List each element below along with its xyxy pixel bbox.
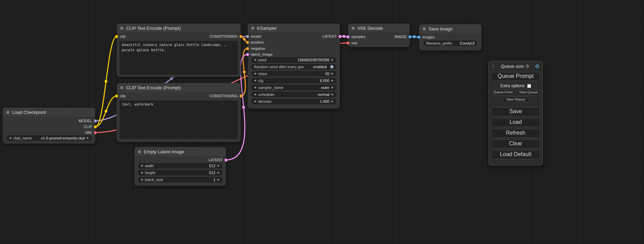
output-port-model: MODEL xyxy=(79,118,97,123)
conditioning-port-dot[interactable] xyxy=(239,94,242,98)
node-load-checkpoint[interactable]: Load Checkpoint MODEL CLIP VAE ◀ ckpt_na… xyxy=(3,108,95,144)
node-collapse-dot[interactable] xyxy=(251,27,254,30)
node-clip-text-encode-positive[interactable]: CLIP Text Encode (Prompt) clip CONDITION… xyxy=(117,24,241,77)
decrement-arrow-icon[interactable]: ◀ xyxy=(141,171,143,174)
increment-arrow-icon[interactable]: ▶ xyxy=(332,58,334,61)
increment-arrow-icon[interactable]: ▶ xyxy=(218,178,220,181)
latent-port-dot[interactable] xyxy=(224,159,228,162)
latent-port-dot[interactable] xyxy=(346,35,350,38)
queue-prompt-button[interactable]: Queue Prompt xyxy=(491,72,540,81)
clip-port-dot[interactable] xyxy=(115,94,118,98)
node-title-bar[interactable]: VAE Decode xyxy=(348,24,410,33)
widget-random-seed-toggle[interactable]: Random seed after every gen enabled xyxy=(251,64,336,70)
extra-options-checkbox[interactable] xyxy=(527,84,531,88)
widget-value: enabled xyxy=(313,65,327,69)
decrement-arrow-icon[interactable]: ◀ xyxy=(254,93,256,96)
port-label: CLIP xyxy=(84,125,92,129)
decrement-arrow-icon[interactable]: ◀ xyxy=(9,137,11,139)
image-port-dot[interactable] xyxy=(408,35,412,38)
node-title-bar[interactable]: KSampler xyxy=(248,24,340,33)
widget-steps[interactable]: ◀ steps 20 ▶ xyxy=(251,71,336,76)
widget-label: height xyxy=(145,171,155,175)
load-button[interactable]: Load xyxy=(491,118,540,127)
increment-arrow-icon[interactable]: ▶ xyxy=(332,72,334,75)
increment-arrow-icon[interactable]: ▶ xyxy=(218,164,220,167)
decrement-arrow-icon[interactable]: ◀ xyxy=(141,178,143,181)
conditioning-port-dot[interactable] xyxy=(239,35,242,38)
image-port-dot[interactable] xyxy=(417,36,421,39)
node-title-bar[interactable]: CLIP Text Encode (Prompt) xyxy=(117,24,241,33)
widget-filename-prefix[interactable]: filename_prefix ComfyUI xyxy=(423,40,477,46)
widget-value: 1.000 xyxy=(320,99,329,103)
node-collapse-dot[interactable] xyxy=(6,111,9,114)
prompt-textarea[interactable]: beautiful scenery nature glass bottle la… xyxy=(120,41,238,75)
settings-gear-icon[interactable]: ⚙ xyxy=(535,64,540,69)
widget-width[interactable]: ◀ width 512 ▶ xyxy=(138,163,222,169)
decrement-arrow-icon[interactable]: ◀ xyxy=(254,100,256,103)
node-collapse-dot[interactable] xyxy=(138,150,141,153)
node-graph-canvas[interactable]: Load Checkpoint MODEL CLIP VAE ◀ ckpt_na… xyxy=(0,0,644,244)
widget-denoise[interactable]: ◀ denoise 1.000 ▶ xyxy=(251,99,336,104)
decrement-arrow-icon[interactable]: ◀ xyxy=(254,79,256,82)
widget-sampler-name[interactable]: ◀ sampler_name euler ▶ xyxy=(251,85,336,90)
node-vae-decode[interactable]: VAE Decode samples vae IMAGE xyxy=(348,24,410,47)
prompt-textarea[interactable]: text, watermark xyxy=(120,100,238,139)
increment-arrow-icon[interactable]: ▶ xyxy=(332,100,334,103)
model-port-dot[interactable] xyxy=(246,35,249,38)
increment-arrow-icon[interactable]: ▶ xyxy=(332,86,334,89)
widget-value: 156680208700286 xyxy=(298,58,329,62)
node-title-bar[interactable]: Load Checkpoint xyxy=(3,108,95,117)
load-default-button[interactable]: Load Default xyxy=(491,150,540,159)
refresh-button[interactable]: Refresh xyxy=(491,129,540,138)
clip-port-dot[interactable] xyxy=(115,35,118,38)
widget-seed[interactable]: ◀ seed 156680208700286 ▶ xyxy=(251,57,336,63)
conditioning-port-dot[interactable] xyxy=(246,41,249,44)
node-title-bar[interactable]: CLIP Text Encode (Prompt) xyxy=(117,83,241,92)
widget-height[interactable]: ◀ height 512 ▶ xyxy=(138,170,222,175)
latent-port-dot[interactable] xyxy=(246,53,249,56)
decrement-arrow-icon[interactable]: ◀ xyxy=(254,72,256,75)
node-ksampler[interactable]: KSampler model positive negative latent_… xyxy=(248,24,340,109)
increment-arrow-icon[interactable]: ▶ xyxy=(332,93,334,96)
vae-port-dot[interactable] xyxy=(346,42,350,45)
latent-port-dot[interactable] xyxy=(338,35,342,38)
increment-arrow-icon[interactable]: ▶ xyxy=(87,137,89,139)
node-title-bar[interactable]: Save Image xyxy=(419,24,482,33)
queue-front-button[interactable]: Queue Front xyxy=(491,89,515,96)
vae-port-dot[interactable] xyxy=(94,131,97,134)
conditioning-port-dot[interactable] xyxy=(246,47,249,50)
clip-port-dot[interactable] xyxy=(94,125,97,128)
decrement-arrow-icon[interactable]: ◀ xyxy=(141,164,143,167)
port-label: CONDITIONING xyxy=(210,94,238,98)
output-port-image: IMAGE xyxy=(395,34,412,39)
widget-ckpt-name[interactable]: ◀ ckpt_name v1-5-pruned-emaonly.ckpt ▶ xyxy=(6,135,92,141)
port-label: images xyxy=(422,35,434,39)
model-port-dot[interactable] xyxy=(94,119,97,123)
node-clip-text-encode-negative[interactable]: CLIP Text Encode (Prompt) clip CONDITION… xyxy=(117,83,241,142)
save-button[interactable]: Save xyxy=(491,107,540,116)
view-history-button[interactable]: View History xyxy=(502,97,529,103)
clear-button[interactable]: Clear xyxy=(491,139,540,148)
widget-scheduler[interactable]: ◀ scheduler normal ▶ xyxy=(251,92,336,97)
widget-batch-size[interactable]: ◀ batch_size 1 ▶ xyxy=(138,177,222,182)
node-save-image[interactable]: Save Image images filename_prefix ComfyU… xyxy=(419,24,482,51)
node-title-bar[interactable]: Empty Latent Image xyxy=(134,147,226,156)
node-title: KSampler xyxy=(257,26,277,31)
node-collapse-dot[interactable] xyxy=(120,27,123,30)
input-port-samples: samples xyxy=(346,34,365,39)
increment-arrow-icon[interactable]: ▶ xyxy=(332,79,334,82)
node-collapse-dot[interactable] xyxy=(352,27,355,30)
input-port-latent-image: latent_image xyxy=(246,52,273,57)
node-title: VAE Decode xyxy=(358,26,383,31)
increment-arrow-icon[interactable]: ▶ xyxy=(218,171,220,174)
node-collapse-dot[interactable] xyxy=(423,27,426,30)
widget-cfg[interactable]: ◀ cfg 8.000 ▶ xyxy=(251,78,336,83)
node-title: CLIP Text Encode (Prompt) xyxy=(126,85,181,90)
view-queue-button[interactable]: View Queue xyxy=(517,89,541,96)
decrement-arrow-icon[interactable]: ◀ xyxy=(254,58,256,61)
node-collapse-dot[interactable] xyxy=(120,86,123,89)
decrement-arrow-icon[interactable]: ◀ xyxy=(254,86,256,89)
node-empty-latent-image[interactable]: Empty Latent Image LATENT ◀ width 512 ▶ … xyxy=(134,147,226,186)
toggle-knob-icon[interactable] xyxy=(330,65,334,69)
drag-handle-icon[interactable]: ⣿ xyxy=(492,64,494,69)
